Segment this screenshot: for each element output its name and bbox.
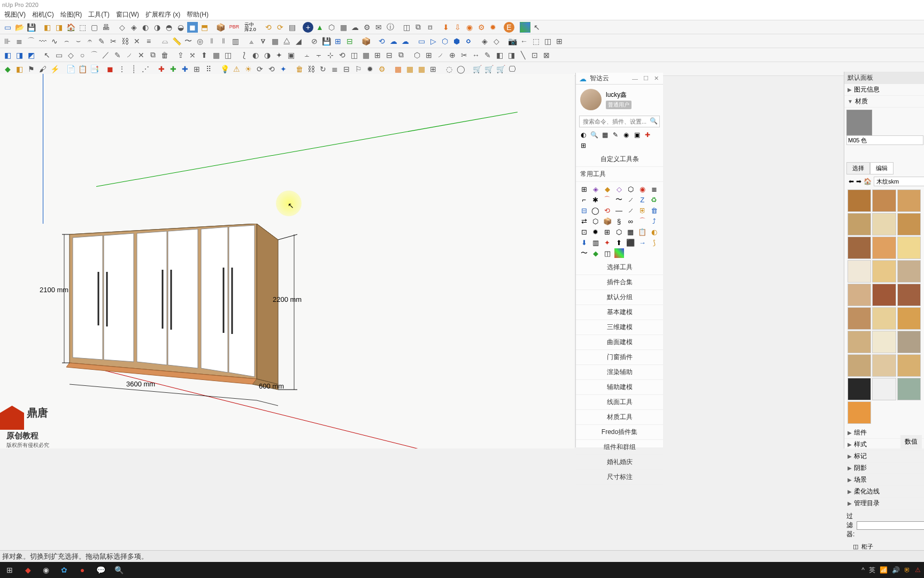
down1-icon[interactable]: ⬇ (441, 22, 451, 33)
cg-icon[interactable]: ◉ (637, 184, 647, 194)
cg-icon[interactable]: ⊞ (603, 227, 612, 237)
cg-icon[interactable]: ≣ (649, 184, 659, 194)
cg-icon[interactable]: ▦ (626, 227, 635, 237)
material-swatch[interactable] (897, 378, 921, 400)
cg-icon[interactable]: ♻ (649, 195, 659, 204)
tree-root[interactable]: 柜子 (861, 543, 873, 551)
doc1-icon[interactable]: 📄 (65, 64, 76, 74)
cloud-section[interactable]: 基本建模 (576, 305, 663, 320)
iso1-icon[interactable]: ◇ (117, 22, 127, 33)
push-icon[interactable]: ⇪ (175, 50, 186, 60)
face-a-icon[interactable]: ◧ (494, 50, 505, 60)
plus-icon[interactable]: + (303, 22, 313, 33)
material-swatch[interactable] (872, 213, 896, 235)
material-swatch[interactable] (897, 260, 921, 283)
hex1-icon[interactable]: ⬡ (440, 36, 450, 47)
material-swatch[interactable] (897, 284, 921, 306)
delete-icon[interactable]: 🗑 (159, 50, 170, 60)
house-icon[interactable]: 🏠 (65, 22, 76, 33)
shade-active-icon[interactable]: ◼ (187, 22, 198, 33)
gear-icon[interactable]: ⚙ (361, 22, 372, 33)
cross-icon[interactable]: ✕ (136, 50, 147, 60)
solid3-icon[interactable]: ◩ (26, 50, 36, 60)
doc2-icon[interactable]: 📋 (77, 64, 88, 74)
taskbar-app2-icon[interactable]: ✿ (58, 564, 71, 576)
cloud-section[interactable]: 尺寸标注 (576, 470, 663, 485)
break-icon[interactable]: ✕ (132, 36, 142, 47)
checker-icon[interactable]: ▦ (338, 22, 349, 33)
taskbar-app-icon[interactable]: ⊞ (3, 564, 16, 576)
tray-entity-info[interactable]: ▶图元信息 (844, 84, 924, 96)
box1-icon[interactable]: ◧ (42, 22, 52, 33)
circle-tool-icon[interactable]: ○ (77, 50, 88, 60)
table-icon[interactable]: ⊞ (424, 50, 434, 60)
cg-icon[interactable]: ⬡ (591, 216, 600, 226)
material-swatch[interactable] (872, 331, 896, 353)
hex2-icon[interactable]: ⬢ (451, 36, 462, 47)
cg-icon[interactable]: ✹ (591, 227, 600, 237)
section-icon[interactable]: ◫ (222, 50, 233, 60)
cube1-icon[interactable]: ⬚ (77, 22, 88, 33)
down2-icon[interactable]: ⇩ (452, 22, 463, 33)
align9-icon[interactable]: ⧉ (396, 50, 406, 60)
cg-icon[interactable]: ◫ (603, 248, 612, 258)
nav-fwd-icon[interactable]: ➡ (856, 178, 861, 185)
arc1-icon[interactable]: ⌒ (26, 36, 36, 47)
menu-window[interactable]: 窗口(W) (114, 9, 141, 20)
flag-icon[interactable]: ⚑ (26, 64, 36, 74)
material-swatch[interactable] (848, 401, 871, 424)
tray-net-icon[interactable]: 📶 (880, 566, 888, 574)
back-icon[interactable]: ← (519, 36, 529, 47)
trim-icon[interactable]: ✂ (459, 50, 469, 60)
solid2-icon[interactable]: ◨ (14, 50, 25, 60)
cg-icon[interactable] (614, 248, 624, 258)
taskbar-avatar-icon[interactable]: ◉ (40, 564, 52, 576)
cursor-icon[interactable]: ↖ (532, 22, 542, 33)
bezier-icon[interactable]: 𝄐 (84, 36, 95, 47)
viewport[interactable]: 2100 mm 2200 mm 3600 mm 600 mm ↖ 鼎唐 原创教程… (0, 74, 574, 448)
cart1-icon[interactable]: 🛒 (472, 64, 482, 74)
cg-icon[interactable]: ◈ (591, 184, 600, 194)
pal2-icon[interactable]: ▦ (404, 64, 415, 74)
material-swatch[interactable] (848, 260, 871, 283)
paint-icon[interactable]: ✎ (482, 50, 493, 60)
cg-icon[interactable]: ∞ (626, 216, 635, 226)
cg-icon[interactable]: ⊞ (579, 184, 589, 194)
cg-icon[interactable]: § (614, 216, 624, 226)
menu-draw[interactable]: 绘图(R) (58, 9, 84, 20)
arc3-icon[interactable]: ⌣ (73, 36, 83, 47)
tape-icon[interactable]: 📏 (171, 36, 182, 47)
arc2-icon[interactable]: ⌢ (61, 36, 72, 47)
align6-icon[interactable]: ▦ (360, 50, 371, 60)
minimize-icon[interactable]: — (631, 75, 639, 82)
print-icon[interactable]: 🖶 (101, 22, 111, 33)
tray-materials[interactable]: ▼材质 (844, 96, 924, 108)
gear3-icon[interactable]: ✹ (488, 22, 498, 33)
hex-tool-icon[interactable]: ⬡ (412, 50, 422, 60)
cg-icon[interactable]: 〜 (614, 195, 624, 204)
select-icon[interactable]: ↖ (42, 50, 52, 60)
menu-view[interactable]: 视图(V) (2, 9, 28, 20)
hexring-icon[interactable]: ⭘ (463, 36, 474, 47)
bolt-icon[interactable]: ⚡ (49, 64, 60, 74)
solid1-icon[interactable]: ◧ (2, 50, 13, 60)
info-icon[interactable]: ⓘ (385, 22, 396, 33)
pal3-icon[interactable]: ▦ (416, 64, 427, 74)
bars-icon[interactable]: ⊪ (2, 36, 13, 47)
offset-icon[interactable]: ⊕ (447, 50, 458, 60)
box3d-icon[interactable]: 📦 (360, 36, 371, 47)
tray-section[interactable]: ▶标记 (844, 451, 924, 462)
tray-up-icon[interactable]: ^ (861, 566, 865, 574)
curve1-icon[interactable]: 〰 (37, 36, 48, 47)
tray-section[interactable]: ▶柔化边线 (844, 486, 924, 498)
shape-a-icon[interactable]: ◐ (250, 50, 261, 60)
box2-icon[interactable]: ◨ (53, 22, 64, 33)
tray-alert-icon[interactable]: ⚠ (915, 566, 921, 574)
axis-icon[interactable]: ╲ (518, 50, 528, 60)
panel1-icon[interactable]: ◫ (401, 22, 412, 33)
extrude-icon[interactable]: ⬆ (199, 50, 210, 60)
frame1-icon[interactable]: ⬚ (530, 36, 541, 47)
cg-icon[interactable]: 🗑 (649, 206, 659, 215)
mail-icon[interactable]: ✉ (373, 22, 384, 33)
dashed-icon[interactable]: ┊ (128, 64, 139, 74)
